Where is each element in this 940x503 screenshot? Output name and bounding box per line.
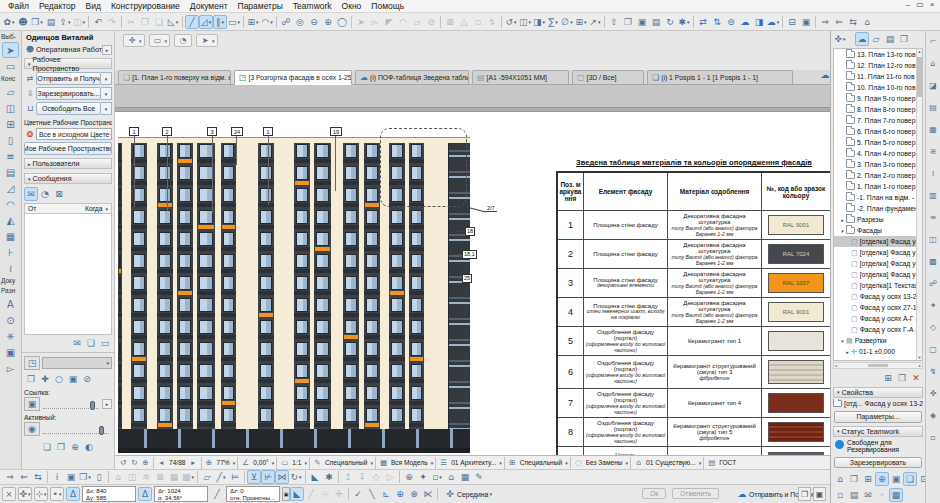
tree-item[interactable]: ▢[отделка] Фасад у о <box>834 269 916 280</box>
open-file[interactable]: ❐▾ <box>30 15 44 29</box>
mesh-tool[interactable]: ▦ <box>2 228 19 244</box>
story-nav[interactable]: ⌂ <box>111 470 125 484</box>
guide-lines[interactable]: ◿▾ <box>199 15 213 29</box>
tw-release[interactable]: ◨ <box>752 15 766 29</box>
trace-next[interactable]: ❐ <box>54 440 68 454</box>
tree-item[interactable]: ▢[отделка] Фасад у о <box>834 258 916 269</box>
rotate[interactable]: ↺▾ <box>504 15 518 29</box>
coordinate-toggle-icon[interactable]: Δ <box>138 487 152 501</box>
publish[interactable]: ⇪▾ <box>58 15 72 29</box>
tree-item[interactable]: ▢[отделка]1 Текстаж <box>834 280 916 291</box>
tree-item[interactable]: 7. План 7-го повер <box>834 115 916 126</box>
snap-perpendicular[interactable]: ⊾ <box>379 487 393 501</box>
menu-item[interactable]: Помощь <box>366 1 409 11</box>
navigator-reserve-button[interactable]: Зарезервировать <box>834 457 922 468</box>
palette-dock-8[interactable]: ▥ <box>927 189 940 202</box>
palette-dock-12[interactable]: ☍ <box>927 277 940 290</box>
tree-scrollbar[interactable]: ▲▼ <box>916 49 922 360</box>
snap-point-select[interactable]: ✜Середина▾ <box>443 487 492 501</box>
trace-copy[interactable]: ❐ <box>24 372 38 386</box>
sketch-line[interactable]: ╱ <box>185 15 199 29</box>
coordinate-toggle-icon[interactable]: ╱ <box>210 487 224 501</box>
cancel-button[interactable]: Отменить <box>672 488 719 499</box>
tw-cloud[interactable]: ☁ <box>738 15 752 29</box>
pen-set[interactable]: ✎Специальный▾ <box>312 457 373 468</box>
orientation[interactable]: ∠0,00°▾ <box>240 457 274 468</box>
zoom-level[interactable]: ⊕77%▾ <box>204 457 236 468</box>
trace-move[interactable]: ⊕ <box>68 440 82 454</box>
messages-when-column[interactable]: Когда ▾ <box>85 205 108 212</box>
palette-dock-14[interactable]: ◇ <box>927 321 940 334</box>
reserve-button[interactable]: Зарезервировать... <box>36 87 101 100</box>
tree-item[interactable]: 12. План 12-го пов <box>834 60 916 71</box>
fly-mode[interactable]: ▻ <box>368 15 382 29</box>
tw-send-receive[interactable]: ⇅ <box>710 15 724 29</box>
menu-item[interactable]: Файл <box>3 1 34 11</box>
info[interactable]: i <box>50 470 64 484</box>
tree-item[interactable]: ▸Разрезы <box>834 214 916 225</box>
print[interactable]: ▤ <box>44 15 58 29</box>
workspace-color-select[interactable]: Все в исходном Цвете▾ <box>36 128 112 140</box>
pending-messages[interactable]: ◔ <box>38 187 52 201</box>
inbox-messages[interactable]: ✉ <box>24 187 38 201</box>
bring-forward[interactable]: ⇧ <box>607 15 621 29</box>
status-panel[interactable]: ▣ <box>813 487 826 501</box>
trace-circle[interactable]: ○ <box>52 372 66 386</box>
active-opacity-slider[interactable] <box>43 424 109 434</box>
select-related-button[interactable]: ✜▾ <box>123 34 145 47</box>
clone-item[interactable]: ❐ <box>895 371 909 385</box>
dot-view[interactable]: ◦ <box>875 488 889 502</box>
corner[interactable]: ◤ <box>382 15 396 29</box>
tw-reserve[interactable]: ⊜ <box>724 15 738 29</box>
node-edit[interactable]: ◇ <box>369 470 383 484</box>
message-options[interactable]: ▭ <box>98 336 112 350</box>
pin[interactable]: ✜▾ <box>833 32 847 46</box>
sent-messages[interactable]: ⊠ <box>52 187 66 201</box>
segment-2[interactable]: ⊹ <box>318 487 332 501</box>
palette-dock-6[interactable]: ≋ <box>927 145 940 158</box>
tree-item[interactable]: ▢Фасад у осях 27-13 <box>834 302 916 313</box>
teamwork-user[interactable]: ☻ <box>16 15 30 29</box>
snap-guides[interactable]: ∥▾ <box>213 15 227 29</box>
cut[interactable]: ✂ <box>124 15 138 29</box>
capture[interactable]: ⊟ <box>785 15 799 29</box>
figure-tool[interactable]: ▣ <box>2 344 19 360</box>
reference-opacity-slider[interactable] <box>43 399 99 409</box>
small-view[interactable]: ▫ <box>833 488 847 502</box>
go-back[interactable]: ⇐ <box>17 470 31 484</box>
snap-special[interactable]: ⋉ <box>421 487 435 501</box>
shell-tool[interactable]: ◠ <box>2 196 19 212</box>
anchor-edit[interactable]: ⊨ <box>228 470 242 484</box>
palette-dock-18[interactable]: ◈ <box>927 409 940 422</box>
release-all-button[interactable]: Освободить Все <box>36 102 101 115</box>
tab-layout-a1[interactable]: ▤[А1 -594Х1051 ММ] <box>472 70 569 84</box>
arrow-tool[interactable]: ➤ <box>2 42 19 58</box>
slider-knob[interactable] <box>90 401 95 410</box>
palette-dock-7[interactable]: ≀ <box>927 167 940 180</box>
layout-book[interactable]: ▤ <box>883 32 897 46</box>
tree-item[interactable]: 6. План 6-го повер <box>834 126 916 137</box>
snap-grid[interactable]: ⊞▾ <box>246 15 260 29</box>
default-home[interactable]: ⌂ <box>444 470 458 484</box>
scale[interactable]: ▭1:1▾ <box>279 457 307 468</box>
workspace-section-header[interactable]: ▾Рабочее Пространство <box>24 58 112 69</box>
active-visibility-button[interactable]: ◉ <box>24 422 40 436</box>
favorites[interactable]: ✿▾ <box>2 15 16 29</box>
tab-3d[interactable]: ▢[3D / Все] <box>572 70 644 84</box>
messages-section-header[interactable]: ▾Сообщения <box>24 173 112 184</box>
menu-item[interactable]: Параметры <box>233 1 288 11</box>
drag[interactable]: ↗▾ <box>588 15 602 29</box>
redo[interactable]: ↷ <box>105 15 119 29</box>
measure[interactable]: ◺▾ <box>166 15 180 29</box>
tree-item[interactable]: ▢Фасад у осях 13-27 <box>834 291 916 302</box>
open-message[interactable]: ❏ <box>84 336 98 350</box>
tree-item[interactable]: 13. План 13-го пов <box>834 49 916 60</box>
tab-pospis[interactable]: ❏(і) 1 Pospis 1 - 1 [1 Pospis 1 - 1] <box>647 70 793 84</box>
go-forward[interactable]: ⇒ <box>3 470 17 484</box>
trim[interactable]: ⊘ <box>424 15 438 29</box>
delta-r-angle-box[interactable]: Δr: 1024α: 34,56° <box>154 486 208 502</box>
tree-item[interactable]: -1. План на відм. - <box>834 192 916 203</box>
dimension-style[interactable]: ⊞Специальный▾ <box>507 457 568 468</box>
zoom-fit[interactable]: ◎ <box>293 15 307 29</box>
marquee[interactable]: ▭▾ <box>227 15 241 29</box>
